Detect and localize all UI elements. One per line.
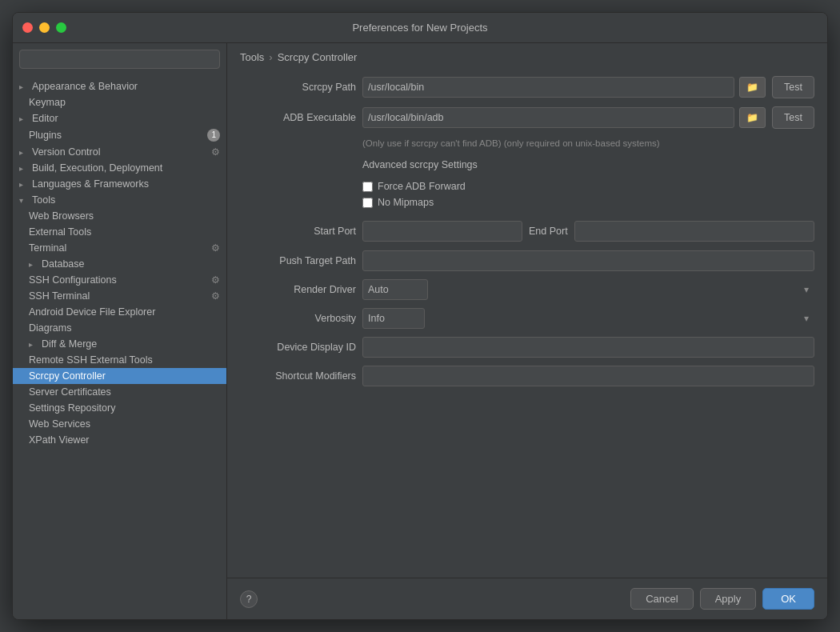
- sidebar-item-xpath-viewer[interactable]: XPath Viewer: [13, 432, 226, 448]
- sidebar-item-languages-frameworks[interactable]: Languages & Frameworks: [13, 176, 226, 192]
- render-driver-label: Render Driver: [240, 284, 356, 295]
- sidebar-item-label: Scrcpy Controller: [29, 370, 106, 382]
- adb-executable-browse-button[interactable]: 📁: [739, 107, 766, 128]
- sidebar-item-label: Editor: [32, 113, 58, 124]
- sidebar-item-remote-ssh-external-tools[interactable]: Remote SSH External Tools: [13, 352, 226, 368]
- sidebar-item-label: Build, Execution, Deployment: [32, 162, 162, 174]
- main-content: 🔍 Appearance & Behavior Keymap Editor: [13, 43, 827, 619]
- breadcrumb: Tools › Scrcpy Controller: [227, 43, 827, 70]
- preferences-window: Preferences for New Projects 🔍 Appearanc…: [12, 12, 828, 620]
- adb-executable-input[interactable]: [362, 107, 734, 128]
- sidebar-item-label: Settings Repository: [29, 402, 115, 414]
- no-mipmaps-checkbox[interactable]: [362, 198, 373, 208]
- sidebar-item-label: Plugins: [29, 130, 62, 141]
- sidebar-item-terminal[interactable]: Terminal ⚙: [13, 240, 226, 256]
- chevron-icon: [29, 340, 38, 349]
- device-display-id-label: Device Display ID: [240, 342, 356, 353]
- sidebar-item-label: SSH Configurations: [29, 274, 117, 286]
- adb-executable-label: ADB Executable: [240, 112, 356, 123]
- sidebar-item-ssh-configurations[interactable]: SSH Configurations ⚙: [13, 272, 226, 288]
- scrcpy-path-browse-button[interactable]: 📁: [739, 77, 766, 98]
- plugins-badge: 1: [207, 129, 220, 142]
- sidebar-item-label: Appearance & Behavior: [32, 81, 138, 92]
- sidebar-item-label: Remote SSH External Tools: [29, 354, 153, 366]
- window-title: Preferences for New Projects: [352, 22, 487, 34]
- sidebar-item-tools[interactable]: Tools: [13, 192, 226, 208]
- advanced-section-header: Advanced scrcpy Settings: [240, 154, 814, 178]
- search-input[interactable]: [19, 50, 220, 69]
- chevron-icon: [19, 180, 29, 189]
- sidebar-item-scrcpy-controller[interactable]: Scrcpy Controller: [13, 368, 226, 384]
- sidebar: 🔍 Appearance & Behavior Keymap Editor: [13, 43, 227, 619]
- minimize-button[interactable]: [39, 22, 50, 33]
- end-port-input[interactable]: [574, 221, 814, 242]
- sidebar-item-diagrams[interactable]: Diagrams: [13, 320, 226, 336]
- device-display-id-row: Device Display ID: [240, 337, 814, 358]
- force-adb-forward-row: Force ADB Forward: [240, 178, 814, 194]
- push-target-path-input[interactable]: [362, 250, 814, 271]
- device-display-id-field: [362, 337, 814, 358]
- sidebar-item-server-certificates[interactable]: Server Certificates: [13, 384, 226, 400]
- sidebar-item-keymap[interactable]: Keymap: [13, 94, 226, 110]
- chevron-icon: [19, 82, 29, 91]
- scrcpy-path-field: 📁: [362, 77, 766, 98]
- scrcpy-path-input[interactable]: [362, 77, 734, 98]
- titlebar: Preferences for New Projects: [13, 13, 827, 43]
- sidebar-item-editor[interactable]: Editor: [13, 110, 226, 126]
- sidebar-item-label: Android Device File Explorer: [29, 306, 155, 318]
- sidebar-item-appearance-behavior[interactable]: Appearance & Behavior: [13, 78, 226, 94]
- maximize-button[interactable]: [56, 22, 66, 33]
- sidebar-item-label: Tools: [32, 194, 55, 206]
- close-button[interactable]: [22, 22, 33, 33]
- force-adb-forward-checkbox[interactable]: [362, 182, 373, 192]
- sidebar-item-android-device-file-explorer[interactable]: Android Device File Explorer: [13, 304, 226, 320]
- no-mipmaps-label: No Mipmaps: [378, 197, 434, 208]
- port-row: Start Port End Port: [240, 218, 814, 244]
- render-driver-select[interactable]: Auto Direct3D OpenGL Software: [362, 279, 428, 300]
- help-button[interactable]: ?: [240, 590, 258, 608]
- chevron-icon: [29, 260, 38, 269]
- sidebar-item-label: SSH Terminal: [29, 290, 90, 302]
- chevron-icon: [19, 196, 29, 205]
- device-display-id-input[interactable]: [362, 337, 814, 358]
- apply-button[interactable]: Apply: [700, 588, 757, 610]
- sidebar-item-diff-merge[interactable]: Diff & Merge: [13, 336, 226, 352]
- push-target-path-row: Push Target Path: [240, 250, 814, 271]
- scrcpy-path-label: Scrcpy Path: [240, 82, 356, 93]
- sidebar-item-web-browsers[interactable]: Web Browsers: [13, 208, 226, 224]
- sidebar-item-web-services[interactable]: Web Services: [13, 416, 226, 432]
- traffic-lights: [22, 22, 66, 33]
- search-wrapper: 🔍: [19, 50, 220, 69]
- adb-executable-test-button[interactable]: Test: [772, 106, 814, 129]
- footer-right: Cancel Apply OK: [630, 588, 814, 610]
- search-box: 🔍: [13, 43, 226, 75]
- sidebar-item-build-execution[interactable]: Build, Execution, Deployment: [13, 160, 226, 176]
- sidebar-item-label: Database: [42, 258, 85, 270]
- settings-icon: ⚙: [211, 290, 220, 302]
- sidebar-item-settings-repository[interactable]: Settings Repository: [13, 400, 226, 416]
- breadcrumb-separator: ›: [269, 51, 272, 63]
- verbosity-select[interactable]: Verbose Debug Info Warn Error: [362, 308, 425, 329]
- sidebar-item-plugins[interactable]: Plugins 1: [13, 126, 226, 144]
- start-port-input[interactable]: [362, 221, 522, 242]
- adb-executable-row: ADB Executable 📁 Test: [240, 106, 814, 129]
- footer: ? Cancel Apply OK: [227, 578, 827, 619]
- shortcut-modifiers-field: [362, 366, 814, 386]
- ok-button[interactable]: OK: [762, 588, 814, 610]
- scrcpy-path-test-button[interactable]: Test: [772, 76, 814, 98]
- sidebar-item-ssh-terminal[interactable]: SSH Terminal ⚙: [13, 288, 226, 304]
- push-target-path-label: Push Target Path: [240, 255, 356, 266]
- sidebar-item-version-control[interactable]: Version Control ⚙: [13, 144, 226, 160]
- settings-content: Scrcpy Path 📁 Test ADB Executable 📁 Test: [227, 70, 827, 578]
- adb-executable-field: 📁: [362, 107, 766, 128]
- sidebar-item-label: Keymap: [29, 97, 66, 108]
- sidebar-item-label: Languages & Frameworks: [32, 178, 149, 190]
- sidebar-item-external-tools[interactable]: External Tools: [13, 224, 226, 240]
- no-mipmaps-row: No Mipmaps: [240, 194, 814, 210]
- sidebar-tree: Appearance & Behavior Keymap Editor Plug…: [13, 75, 226, 619]
- cancel-button[interactable]: Cancel: [630, 588, 693, 610]
- sidebar-item-label: Terminal: [29, 242, 66, 254]
- shortcut-modifiers-input[interactable]: [362, 366, 814, 386]
- render-driver-row: Render Driver Auto Direct3D OpenGL Softw…: [240, 279, 814, 300]
- sidebar-item-database[interactable]: Database: [13, 256, 226, 272]
